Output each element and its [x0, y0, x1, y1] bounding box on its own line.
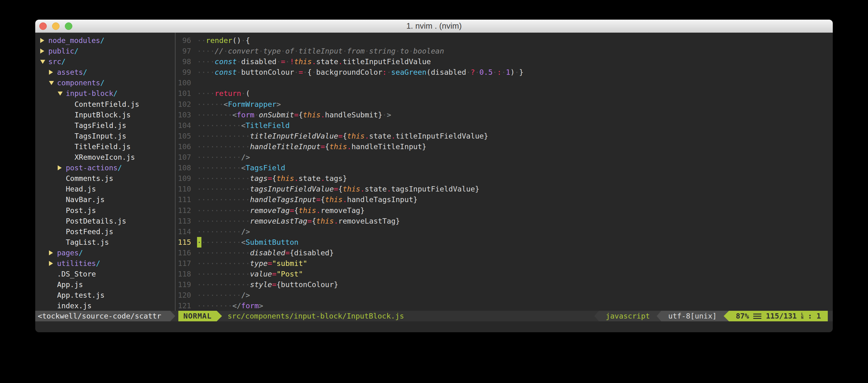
tree-item-assets[interactable]: assets/: [35, 67, 175, 77]
code-line-118[interactable]: 118············value="Post": [176, 269, 833, 279]
code-token: .: [365, 131, 369, 141]
code-line-121[interactable]: 121········</form>: [176, 301, 833, 311]
code-line-101[interactable]: 101····return·(: [176, 88, 833, 99]
code-token: ··········: [197, 227, 241, 237]
code-line-96[interactable]: 96··render()·{: [176, 35, 833, 46]
code-token: "submit": [272, 258, 307, 269]
code-token: ············: [197, 279, 250, 290]
code-token: ·: [312, 67, 316, 77]
code-token: type: [250, 258, 268, 269]
code-token: {: [277, 279, 281, 290]
tree-item-components[interactable]: components/: [35, 77, 175, 88]
tree-item-app-test-js[interactable]: App.test.js: [35, 290, 175, 301]
line-number: 117: [176, 258, 191, 269]
powerline-arrow-icon: [170, 311, 175, 321]
position-segment: 87% 115/131 LN : 1: [729, 311, 828, 321]
tree-item-pages[interactable]: pages/: [35, 248, 175, 258]
file-label: NavBar.js: [66, 194, 105, 205]
code-token: {: [272, 173, 277, 184]
code-line-116[interactable]: 116············disabled={disabled}: [176, 248, 833, 258]
file-label: Comments.js: [66, 173, 113, 184]
code-token: .: [361, 184, 365, 194]
code-token: TagsField: [246, 163, 285, 173]
code-token: value: [250, 269, 272, 279]
tree-item-inputblock-js[interactable]: InputBlock.js: [35, 110, 175, 120]
tree-item-head-js[interactable]: Head.js: [35, 184, 175, 194]
code-token: .: [347, 141, 351, 152]
file-label: PostFeed.js: [66, 227, 113, 237]
tree-item-xremoveicon-js[interactable]: XRemoveIcon.js: [35, 152, 175, 163]
code-line-104[interactable]: 104··········<TitleField: [176, 120, 833, 131]
tree-item-public[interactable]: public/: [35, 46, 175, 56]
zoom-button[interactable]: [65, 23, 72, 30]
directory-slash: /: [100, 77, 104, 88]
tree-item-node-modules[interactable]: node_modules/: [35, 35, 175, 46]
tree-item-navbar-js[interactable]: NavBar.js: [35, 194, 175, 205]
tree-item-utilities[interactable]: utilities/: [35, 258, 175, 269]
tree-item--ds-store[interactable]: .DS_Store: [35, 269, 175, 279]
code-token: ·: [254, 110, 259, 120]
directory-label: components: [57, 77, 100, 88]
tree-item-comments-js[interactable]: Comments.js: [35, 173, 175, 184]
code-line-105[interactable]: 105············titleInputFieldValue={thi…: [176, 131, 833, 141]
tree-item-titlefield-js[interactable]: TitleField.js: [35, 141, 175, 152]
code-line-99[interactable]: 99····const·buttonColour·=·{·backgroundC…: [176, 67, 833, 77]
tree-item-contentfield-js[interactable]: ContentField.js: [35, 99, 175, 110]
code-token: ·: [259, 46, 263, 56]
code-line-117[interactable]: 117············type="submit": [176, 258, 833, 269]
code-token: ····: [197, 88, 215, 99]
code-line-109[interactable]: 109············tags={this.state.tags}: [176, 173, 833, 184]
directory-label: node_modules: [48, 35, 100, 46]
code-token: ············: [197, 194, 250, 205]
code-token: of: [285, 46, 294, 56]
line-number: 99: [176, 67, 191, 77]
close-button[interactable]: [39, 23, 47, 30]
code-token: ·: [223, 46, 228, 56]
code-token: removeLastTag: [338, 216, 396, 227]
code-token: ·: [501, 67, 506, 77]
line-number: 97: [176, 46, 191, 56]
code-line-108[interactable]: 108··········<TagsField: [176, 163, 833, 173]
code-token: ········: [197, 301, 232, 311]
code-line-119[interactable]: 119············style={buttonColour}: [176, 279, 833, 290]
file-label: Post.js: [66, 205, 96, 216]
tree-item-post-actions[interactable]: post-actions/: [35, 163, 175, 173]
code-line-100[interactable]: 100: [176, 77, 833, 88]
tree-item-input-block[interactable]: input-block/: [35, 88, 175, 99]
tree-item-tagsinput-js[interactable]: TagsInput.js: [35, 131, 175, 141]
code-token: =: [268, 173, 272, 184]
code-token: from: [347, 46, 365, 56]
tree-item-tagsfield-js[interactable]: TagsField.js: [35, 120, 175, 131]
code-line-114[interactable]: 114··········/>: [176, 227, 833, 237]
code-line-110[interactable]: 110············tagsInputFieldValue={this…: [176, 184, 833, 194]
code-line-97[interactable]: 97····//·convert·type·of·titleInput·from…: [176, 46, 833, 56]
tree-item-src[interactable]: src/: [35, 56, 175, 67]
title-bar[interactable]: 1. nvim . (nvim): [35, 20, 833, 33]
code-line-112[interactable]: 112············removeTag={this.removeTag…: [176, 205, 833, 216]
editor[interactable]: 96··render()·{97····//·convert·type·of·t…: [176, 33, 833, 311]
code-line-111[interactable]: 111············handleTagsInput={this.han…: [176, 194, 833, 205]
minimize-button[interactable]: [52, 23, 60, 30]
tree-item-postdetails-js[interactable]: PostDetails.js: [35, 216, 175, 227]
tree-item-app-js[interactable]: App.js: [35, 279, 175, 290]
tree-indent: [49, 81, 57, 85]
code-line-113[interactable]: 113············removeLastTag={this.remov…: [176, 216, 833, 227]
tree-indent: [49, 261, 57, 266]
code-token: titleInputFieldValue: [396, 131, 484, 141]
tree-item-post-js[interactable]: Post.js: [35, 205, 175, 216]
code-line-120[interactable]: 120··········/>: [176, 290, 833, 301]
code-line-115[interactable]: 115··········<SubmitButton: [176, 237, 833, 248]
code-line-102[interactable]: 102······<FormWrapper>: [176, 99, 833, 110]
code-token: <: [241, 237, 246, 248]
code-token: =: [316, 194, 320, 205]
tree-item-taglist-js[interactable]: TagList.js: [35, 237, 175, 248]
tree-item-index-js[interactable]: index.js: [35, 301, 175, 311]
code-line-103[interactable]: 103········<form·onSubmit={this.handleSu…: [176, 110, 833, 120]
code-line-98[interactable]: 98····const·disabled·=·!this.state.title…: [176, 56, 833, 67]
code-line-106[interactable]: 106············handleTitleInput={this.ha…: [176, 141, 833, 152]
code-token: />: [241, 152, 250, 163]
code-token: to: [400, 46, 409, 56]
code-token: .: [334, 216, 338, 227]
code-line-107[interactable]: 107··········/>: [176, 152, 833, 163]
tree-item-postfeed-js[interactable]: PostFeed.js: [35, 227, 175, 237]
